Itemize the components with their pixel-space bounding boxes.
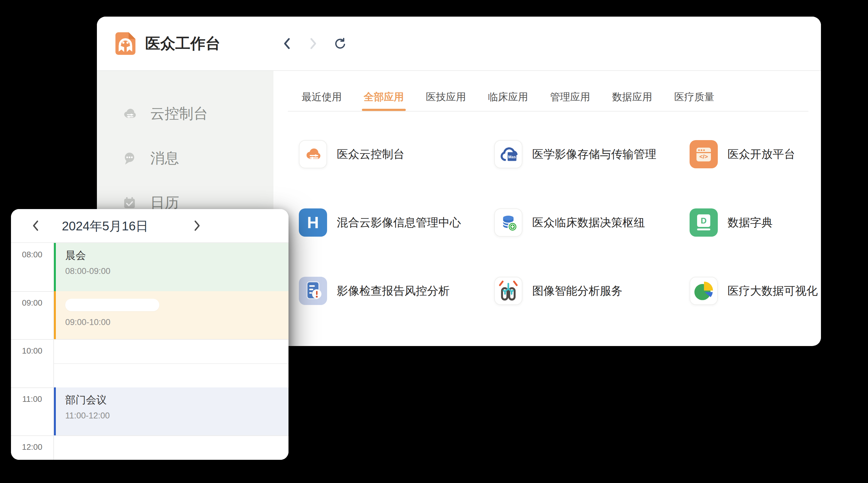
tab-medtech[interactable]: 医技应用 xyxy=(426,84,466,111)
lungs-icon xyxy=(494,277,522,305)
hour-line xyxy=(11,436,288,436)
tab-divider xyxy=(288,111,808,111)
nav-group xyxy=(281,17,346,70)
app-label: 医学影像存储与传输管理 xyxy=(532,147,656,162)
app-label: 图像智能分析服务 xyxy=(532,283,622,299)
date-title: 2024年5月16日 xyxy=(58,209,152,243)
tab-clinical[interactable]: 临床应用 xyxy=(488,84,528,111)
app-clinical-data-hub[interactable]: 医众临床数据决策枢纽 xyxy=(494,208,689,237)
event-redacted[interactable]: 09:00-10:00 xyxy=(54,291,288,339)
message-bubble-icon xyxy=(122,151,137,166)
forward-chevron-icon xyxy=(309,37,318,50)
app-label: 混合云影像信息管理中心 xyxy=(337,215,461,230)
app-report-risk-analysis[interactable]: 影像检查报告风控分析 xyxy=(299,277,494,305)
event-time: 09:00-10:00 xyxy=(65,318,288,327)
app-cloud-console[interactable]: 医众云控制台 xyxy=(299,140,494,168)
pie-chart-icon xyxy=(689,277,718,305)
orange-cloud-sliders-glyph xyxy=(304,146,322,163)
calendar-header: 2024年5月16日 xyxy=(11,209,288,243)
tab-admin[interactable]: 管理应用 xyxy=(550,84,590,111)
event-title: 晨会 xyxy=(65,249,288,263)
sidebar-item-messages[interactable]: 消息 xyxy=(97,136,274,181)
app-label: 医众开放平台 xyxy=(727,147,795,162)
code-browser-glyph: </> xyxy=(689,140,718,168)
tab-bar: 最近使用 全部应用 医技应用 临床应用 管理应用 数据应用 医疗质量 xyxy=(302,84,714,111)
content-area: 最近使用 全部应用 医技应用 临床应用 管理应用 数据应用 医疗质量 xyxy=(274,71,821,345)
database-medical-glyph xyxy=(499,214,518,232)
time-label: 10:00 xyxy=(11,346,53,355)
database-medical-icon xyxy=(494,208,522,237)
d-label: D xyxy=(701,216,707,225)
prev-day-button[interactable] xyxy=(32,220,40,232)
hour-line xyxy=(11,339,288,340)
next-day-button[interactable] xyxy=(193,220,201,232)
event-department-meeting[interactable]: 部门会议 11:00-12:00 xyxy=(54,387,288,436)
half-hour-line xyxy=(54,363,288,364)
pie-chart-glyph xyxy=(690,277,717,305)
sidebar-item-label: 云控制台 xyxy=(150,104,208,124)
blue-cloud-box-icon: Mas xyxy=(494,140,522,168)
app-medical-imaging-storage[interactable]: Mas 医学影像存储与传输管理 xyxy=(494,140,689,168)
code-browser-icon: </> xyxy=(689,140,718,168)
event-morning-meeting[interactable]: 晨会 08:00-09:00 xyxy=(54,243,288,291)
calendar-check-icon xyxy=(122,195,137,210)
app-hybrid-cloud-center[interactable]: H 混合云影像信息管理中心 xyxy=(299,208,494,237)
time-label: 12:00 xyxy=(11,442,53,452)
orange-cloud-sliders-icon xyxy=(299,140,327,168)
refresh-icon xyxy=(333,36,346,51)
cloud-settings-icon xyxy=(122,106,137,121)
time-label: 08:00 xyxy=(11,250,53,259)
app-label: 医众临床数据决策枢纽 xyxy=(532,215,645,230)
app-image-ai-service[interactable]: 图像智能分析服务 xyxy=(494,277,689,305)
app-open-platform[interactable]: </> 医众开放平台 xyxy=(689,140,821,168)
app-label: 医疗大数据可视化 xyxy=(727,283,818,299)
sidebar-item-label: 消息 xyxy=(150,149,179,168)
tab-recent[interactable]: 最近使用 xyxy=(302,84,342,111)
tab-all-apps[interactable]: 全部应用 xyxy=(364,84,404,111)
app-label: 数据字典 xyxy=(727,215,773,230)
calendar-panel: 2024年5月16日 08:00 09:00 10:00 11:00 12:00… xyxy=(11,209,288,460)
h-label: H xyxy=(307,213,319,232)
window-title: 医众工作台 xyxy=(145,34,220,54)
time-label: 09:00 xyxy=(11,298,53,308)
refresh-button[interactable] xyxy=(333,37,346,51)
calendar-grid: 08:00 09:00 10:00 11:00 12:00 晨会 08:00-0… xyxy=(11,243,288,460)
report-alert-icon xyxy=(299,277,327,305)
lungs-glyph xyxy=(495,277,522,305)
back-chevron-icon xyxy=(282,37,291,50)
tab-data[interactable]: 数据应用 xyxy=(612,84,652,111)
blue-cloud-box-glyph: Mas xyxy=(499,145,518,164)
dictionary-book-glyph: D xyxy=(689,208,718,237)
event-time: 08:00-09:00 xyxy=(65,266,288,276)
app-label: 医众云控制台 xyxy=(337,147,405,162)
tab-quality[interactable]: 医疗质量 xyxy=(674,84,714,111)
app-logo-icon xyxy=(115,32,136,55)
letter-h-icon: H xyxy=(299,208,327,237)
back-button[interactable] xyxy=(281,37,293,51)
app-big-data-visualization[interactable]: 医疗大数据可视化 xyxy=(689,277,821,305)
dictionary-book-icon: D xyxy=(689,208,718,237)
app-data-dictionary[interactable]: D 数据字典 xyxy=(689,208,821,237)
time-label: 11:00 xyxy=(11,394,53,404)
mas-label: Mas xyxy=(508,155,516,159)
app-label: 影像检查报告风控分析 xyxy=(337,283,450,299)
app-grid: 医众云控制台 Mas 医学影像存储与传输管理 xyxy=(299,140,821,345)
window-header: 医众工作台 xyxy=(97,17,821,71)
event-title: 部门会议 xyxy=(65,393,288,407)
code-label: </> xyxy=(699,153,708,160)
screen: { "window": { "title": "医众工作台", "nav": {… xyxy=(0,0,868,483)
report-alert-glyph xyxy=(299,277,327,305)
sidebar-item-cloud-console[interactable]: 云控制台 xyxy=(97,92,274,136)
redacted-title-pill xyxy=(65,299,159,311)
forward-button[interactable] xyxy=(307,37,319,51)
event-time: 11:00-12:00 xyxy=(65,411,288,421)
